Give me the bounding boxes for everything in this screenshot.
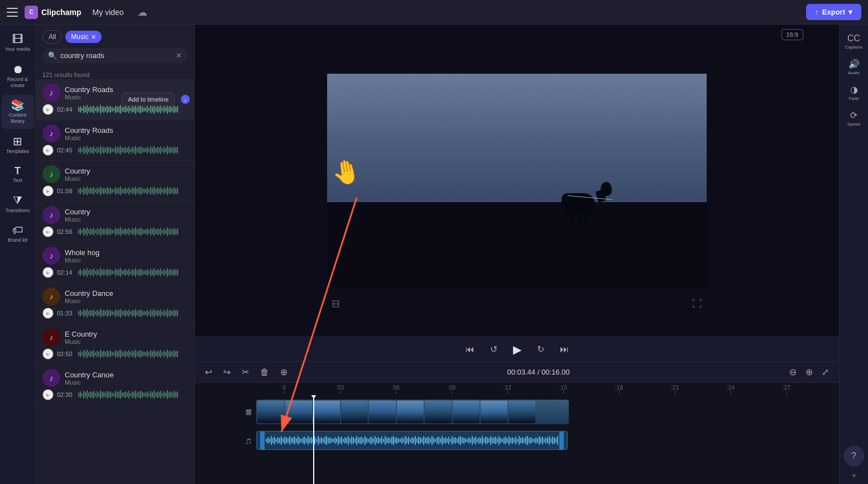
waveform-bar xyxy=(137,148,138,152)
waveform-bar xyxy=(138,188,140,194)
sidebar-item-your-media[interactable]: 🎞 Your media xyxy=(2,29,34,57)
collapse-panel-button[interactable]: ▾ xyxy=(852,472,856,480)
add-to-timeline-button[interactable]: Add to timeline xyxy=(122,93,175,106)
undo-button[interactable]: ↩ xyxy=(202,365,215,380)
zoom-out-button[interactable]: ⊖ xyxy=(786,365,800,380)
waveform-bar xyxy=(132,147,133,154)
rewind-5s-button[interactable]: ↺ xyxy=(488,342,500,357)
sidebar-item-brand-kit[interactable]: 🏷 Brand kit xyxy=(2,220,34,248)
waveform-bar xyxy=(105,392,106,397)
media-list-item-2[interactable]: ♪ Country Roads Music ▶ 02:45 xyxy=(36,120,194,161)
right-panel: CC Captions 🔊 Audio ◑ Fade ⟳ Speed ? ▾ xyxy=(839,25,868,484)
waveform-bar xyxy=(170,147,171,154)
redo-button[interactable]: ↪ xyxy=(220,365,234,380)
media-list-item-4[interactable]: ♪ Country Music ▶ 02:56 xyxy=(36,202,194,242)
waveform-bar xyxy=(143,311,145,315)
media-play-button[interactable]: ▶ xyxy=(42,226,54,237)
fit-view-button[interactable]: ⤢ xyxy=(818,365,832,380)
waveform-bar xyxy=(159,310,160,316)
audio-track-content[interactable] xyxy=(256,429,839,453)
waveform-bar xyxy=(83,228,84,236)
audio-clip[interactable] xyxy=(256,431,568,450)
audio-wave-bar xyxy=(485,437,486,444)
audio-button[interactable]: 🔊 Audio xyxy=(842,55,866,79)
waveform-bar xyxy=(87,349,88,358)
waveform-bar xyxy=(110,188,111,194)
waveform-bar xyxy=(108,392,109,397)
waveform-bar xyxy=(97,147,98,154)
sidebar-item-record-create[interactable]: ⏺ Record & create xyxy=(2,59,34,93)
media-list-item-8[interactable]: ♪ Country Canoe Music ▶ 02:30 xyxy=(36,365,194,405)
add-clip-button[interactable]: ⊕ xyxy=(277,365,291,380)
waveform-bar xyxy=(87,227,88,236)
media-play-button[interactable]: ▶ xyxy=(42,145,54,156)
sidebar-item-content-library[interactable]: 📚 Content library xyxy=(2,95,34,129)
waveform-bar xyxy=(133,188,135,194)
media-play-button[interactable]: ▶ xyxy=(42,267,54,278)
filter-all-button[interactable]: All xyxy=(42,30,62,44)
waveform-bar xyxy=(145,189,146,193)
play-button[interactable]: ▶ xyxy=(511,341,524,358)
waveform-bar xyxy=(93,309,94,317)
waveform-bar xyxy=(162,393,163,396)
cut-button[interactable]: ✂ xyxy=(238,365,252,380)
filter-music-tag[interactable]: Music ✕ xyxy=(65,31,101,43)
waveform-bar xyxy=(145,352,146,356)
search-clear-icon[interactable]: ✕ xyxy=(176,51,182,60)
media-list-item-6[interactable]: ♪ Country Dance Music ▶ 01:33 xyxy=(36,283,194,324)
media-play-button[interactable]: ▶ xyxy=(42,348,54,360)
delete-button[interactable]: 🗑 xyxy=(257,365,272,380)
export-button[interactable]: ↑ Export ▾ xyxy=(806,4,861,20)
waveform-bar xyxy=(80,391,81,398)
waveform-bar xyxy=(78,352,79,356)
media-list-item-1[interactable]: ♪ Country Roads Music ▶ 02:44 Add to tim… xyxy=(36,79,194,120)
fullscreen-icon[interactable]: ⛶ xyxy=(692,298,702,310)
audio-clip-start-handle[interactable] xyxy=(260,432,265,449)
waveform-bar xyxy=(80,269,81,276)
audio-clip-end-handle[interactable] xyxy=(559,432,564,449)
media-play-button[interactable]: ▶ xyxy=(42,104,54,115)
media-play-button[interactable]: ▶ xyxy=(42,389,54,400)
media-list-item-5[interactable]: ♪ Whole hog Music ▶ 02:14 xyxy=(36,242,194,283)
skip-back-button[interactable]: ⏮ xyxy=(463,342,477,357)
sidebar-item-text[interactable]: T Text xyxy=(2,161,34,188)
media-list-item-7[interactable]: ♪ E Country Music ▶ 02:50 xyxy=(36,324,194,365)
forward-5s-button[interactable]: ↻ xyxy=(535,342,546,357)
aspect-ratio-badge[interactable]: 16:9 xyxy=(781,29,803,40)
waveform-bar xyxy=(83,146,84,154)
captions-button[interactable]: CC Captions xyxy=(842,29,866,54)
sidebar-item-templates[interactable]: ⊞ Templates xyxy=(2,131,34,159)
filter-music-close-icon[interactable]: ✕ xyxy=(91,33,96,41)
sidebar-item-transitions[interactable]: ⧩ Transitions xyxy=(2,190,34,218)
menu-button[interactable] xyxy=(7,7,18,18)
speed-button[interactable]: ⟳ Speed xyxy=(842,106,866,131)
audio-wave-bar xyxy=(403,438,404,443)
project-name[interactable]: My video xyxy=(88,6,128,19)
audio-wave-bar xyxy=(370,437,371,444)
media-play-button[interactable]: ▶ xyxy=(42,185,54,197)
video-clip[interactable] xyxy=(256,400,569,424)
waveform-bar xyxy=(80,147,81,154)
subtitle-icon[interactable]: ⊟ xyxy=(332,298,340,310)
audio-wave-bar xyxy=(540,438,541,443)
media-list-item-3[interactable]: ♪ Country Music ▶ 01:58 xyxy=(36,161,194,202)
audio-wave-bar xyxy=(480,438,481,443)
zoom-in-button[interactable]: ⊕ xyxy=(802,365,816,380)
audio-wave-bar xyxy=(503,437,505,444)
waveform-bar xyxy=(112,148,113,152)
waveform-bar xyxy=(100,390,101,399)
waveform-bar xyxy=(137,189,138,193)
waveform-bar xyxy=(105,229,106,234)
audio-wave-bar xyxy=(401,437,402,444)
fade-button[interactable]: ◑ Fade xyxy=(842,80,866,105)
ruler-tick: :18 xyxy=(591,385,647,394)
skip-forward-button[interactable]: ⏭ xyxy=(558,342,571,357)
media-play-button[interactable]: ▶ xyxy=(42,308,54,319)
video-track-content[interactable] xyxy=(256,397,839,427)
search-input[interactable] xyxy=(60,51,172,60)
export-chevron-icon: ▾ xyxy=(848,8,852,16)
waveform-bar xyxy=(130,271,131,274)
help-button[interactable]: ? xyxy=(844,446,864,466)
waveform-bar xyxy=(120,268,121,277)
waveform-bar xyxy=(127,229,128,234)
